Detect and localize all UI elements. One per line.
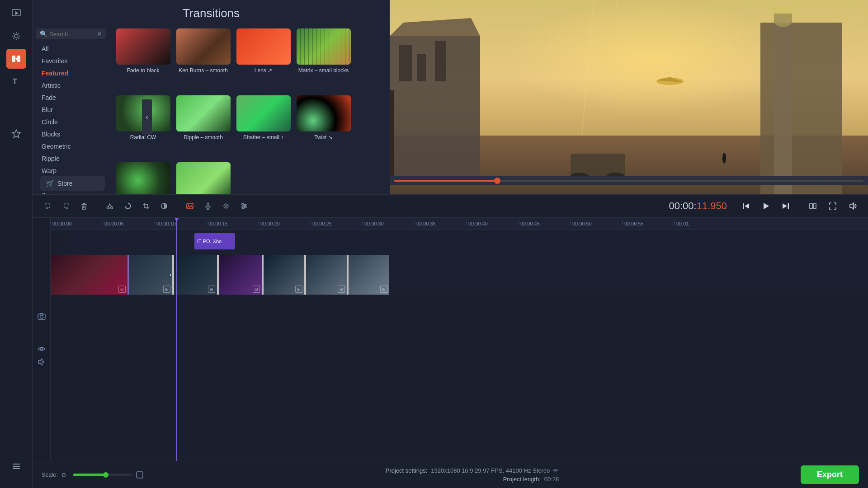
- seg-icon-2: ⊞: [163, 286, 170, 293]
- category-item-blur[interactable]: Blur: [34, 104, 108, 116]
- scale-slider[interactable]: [73, 474, 132, 476]
- text-clip[interactable]: IT PO, Xbo: [194, 233, 235, 249]
- category-item-all[interactable]: All: [34, 43, 108, 55]
- svg-point-58: [225, 205, 227, 207]
- cut-button[interactable]: [102, 198, 118, 214]
- transition-item-item9[interactable]: [115, 162, 171, 194]
- export-button[interactable]: Export: [801, 465, 859, 484]
- camera-icon[interactable]: [37, 312, 46, 322]
- transition-item-matrix[interactable]: Matrix – small blocks: [295, 28, 352, 92]
- category-item-circle[interactable]: Circle: [34, 116, 108, 128]
- project-settings-label: Project settings:: [386, 467, 428, 474]
- scroll-left-button[interactable]: ‹: [142, 99, 152, 135]
- transition-thumb-item10: [176, 162, 231, 194]
- seg-icon-1: ⊞: [118, 286, 126, 293]
- transition-item-ripple[interactable]: Ripple – smooth: [175, 95, 231, 159]
- video-segment-4[interactable]: ⊞: [219, 255, 262, 295]
- category-item-favorites[interactable]: Favorites: [34, 55, 108, 67]
- svg-marker-67: [764, 203, 769, 209]
- category-item-geometric[interactable]: Geometric: [34, 141, 108, 152]
- svg-point-76: [40, 347, 42, 350]
- undo-button[interactable]: [40, 198, 56, 214]
- playhead: [176, 218, 177, 461]
- svg-rect-27: [760, 23, 842, 194]
- sidebar-icon-favorites[interactable]: [6, 124, 26, 144]
- delete-button[interactable]: [76, 198, 92, 214]
- transition-thumb-fade: [116, 28, 170, 65]
- video-segment-7[interactable]: ⊞: [349, 255, 389, 295]
- svg-rect-38: [83, 203, 85, 204]
- svg-rect-79: [137, 472, 143, 478]
- edit-settings-icon[interactable]: ✏: [553, 467, 559, 474]
- seg-icon-5: ⊞: [295, 286, 302, 293]
- ruler-mark-0: 00:00:00: [51, 221, 103, 226]
- play-button[interactable]: [758, 198, 774, 214]
- category-item-blocks[interactable]: Blocks: [34, 128, 108, 140]
- rotate-button[interactable]: [120, 198, 136, 214]
- transition-item-fade[interactable]: Fade to black: [115, 28, 171, 92]
- toolbar: 00:00: 11.950: [33, 194, 868, 218]
- category-panel: 🔍 ✕ AllFavoritesFeaturedArtisticFadeBlur…: [33, 25, 109, 194]
- crop-button[interactable]: [138, 198, 154, 214]
- scale-fill: [73, 474, 106, 476]
- svg-rect-15: [13, 464, 20, 465]
- audio-icon[interactable]: [38, 358, 46, 367]
- search-input[interactable]: [49, 31, 95, 38]
- svg-line-7: [13, 33, 14, 34]
- sidebar-icon-media[interactable]: [6, 4, 26, 23]
- video-segment-3[interactable]: ⊞: [174, 255, 217, 295]
- category-item-artistic[interactable]: Artistic: [34, 80, 108, 91]
- volume-button[interactable]: [844, 198, 861, 214]
- skip-back-button[interactable]: [738, 198, 754, 214]
- scale-decrease-icon[interactable]: [61, 471, 70, 479]
- svg-rect-17: [13, 468, 20, 469]
- transition-item-twist[interactable]: Twist ↘: [295, 95, 352, 159]
- color-button[interactable]: [156, 198, 172, 214]
- svg-rect-71: [813, 204, 816, 208]
- sidebar-icon-effects[interactable]: [6, 26, 26, 46]
- svg-rect-22: [399, 45, 412, 81]
- sidebar-icon-transitions[interactable]: [6, 49, 26, 69]
- right-window-controls: [805, 198, 861, 214]
- category-item-featured[interactable]: Featured: [34, 67, 108, 79]
- transition-item-lens[interactable]: Lens ↗: [235, 28, 292, 92]
- category-item-ripple[interactable]: Ripple: [34, 153, 108, 164]
- video-segment-6[interactable]: ⊞: [306, 255, 347, 295]
- progress-track[interactable]: [394, 180, 863, 182]
- windowed-button[interactable]: [805, 198, 821, 214]
- scale-increase-icon[interactable]: [136, 471, 144, 479]
- video-segment-1[interactable]: ⊞: [51, 255, 127, 295]
- video-segment-2[interactable]: ⊞: [129, 255, 172, 295]
- mic-button[interactable]: [200, 198, 216, 214]
- text-track: IT PO, Xbo: [69, 230, 868, 254]
- clear-search-button[interactable]: ✕: [97, 31, 102, 37]
- transition-item-kenburns[interactable]: Ken Burns – smooth: [175, 28, 231, 92]
- fullscreen-button[interactable]: [825, 198, 841, 214]
- transition-thumb-matrix: [297, 28, 351, 65]
- sidebar-icon-text[interactable]: T: [6, 71, 26, 91]
- category-item-fade[interactable]: Fade: [34, 92, 108, 103]
- seg-icon-4: ⊞: [253, 286, 260, 293]
- svg-line-8: [18, 38, 19, 39]
- transition-label-kenburns: Ken Burns – smooth: [179, 67, 228, 75]
- svg-rect-70: [810, 204, 812, 208]
- svg-marker-72: [850, 203, 854, 209]
- eye-icon[interactable]: [38, 345, 46, 354]
- progress-thumb: [494, 178, 500, 184]
- transition-item-item10[interactable]: [175, 162, 231, 194]
- skip-forward-button[interactable]: [778, 198, 794, 214]
- transition-thumb-item9: [116, 162, 170, 194]
- store-button[interactable]: 🛒 Store: [40, 176, 105, 191]
- timecode-display: 00:00: 11.950: [669, 200, 727, 212]
- adjust-button[interactable]: [236, 198, 252, 214]
- transition-thumb-twist: [297, 95, 351, 131]
- video-segment-5[interactable]: ⊞: [264, 255, 304, 295]
- settings-button[interactable]: [218, 198, 234, 214]
- svg-marker-66: [745, 203, 749, 209]
- sidebar-icon-menu[interactable]: [6, 456, 26, 476]
- svg-text:T: T: [13, 78, 17, 85]
- redo-button[interactable]: [58, 198, 74, 214]
- ruler-mark-8: 00:00:40: [467, 221, 519, 226]
- transition-item-shatter[interactable]: Shatter – small ↑: [235, 95, 292, 159]
- image-button[interactable]: [182, 198, 198, 214]
